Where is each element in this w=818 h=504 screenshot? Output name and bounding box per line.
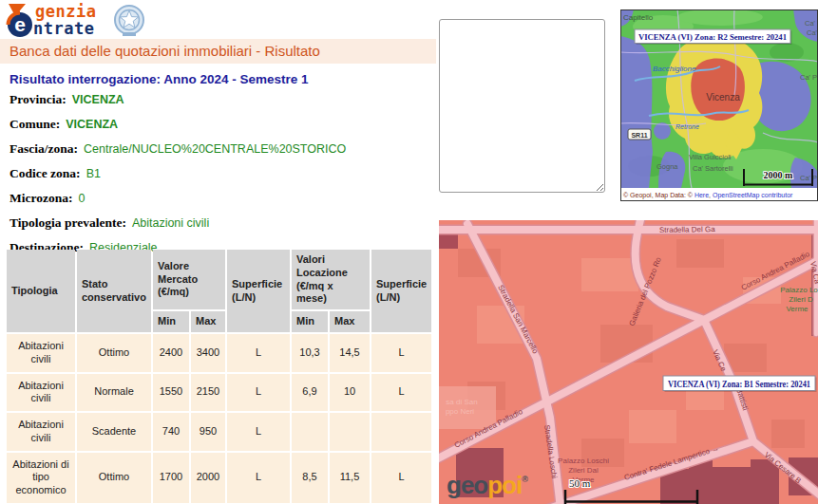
attribution-text: © Geopoi, Map Data: © [623,192,694,199]
svg-text:© Geopoi, Map Data: © Here, Op: © Geopoi, Map Data: © Here, OpenStreetMa… [623,192,793,199]
place-label-ca-po: Ca' Po [800,174,818,182]
table-row: Abitazioni di tipo economico Ottimo 1700… [7,453,431,503]
cell-mercato-min: 740 [153,413,189,451]
geopoi-logo-geo: geo [447,471,487,499]
map-attribution: © Geopoi, Map Data: © Here, OpenStreetMa… [620,188,818,201]
field-value: VICENZA [72,93,124,106]
cell-locazione-max: 11,5 [330,453,370,503]
poi-label-palazzo-red: Palazzo Loschi [558,457,609,465]
city-label-vicenza: Vicenza [706,92,740,103]
cell-mercato-max: 950 [191,413,225,451]
cell-superficie-1: L [227,334,290,372]
field-label: Fascia/zona: [10,141,78,156]
svg-text:VICENZA (VI) Zona: B1 Semestre: VICENZA (VI) Zona: B1 Semestre: 20241 [668,379,810,390]
cell-tipologia: Abitazioni di tipo economico [7,453,75,503]
field-label: Provincia: [10,92,67,106]
cell-superficie-2: L [371,453,431,503]
zone-detail-map[interactable]: Stradella Del Ga Stradella San Marcello … [439,220,818,504]
col-header-min-mercato: Min [153,311,189,332]
attribution-link-osm[interactable]: OpenStreetMap contributor [713,192,793,199]
agenzia-entrate-logo: e genzia ntrate [6,3,146,39]
poi-label-palazzo-red: Zileri Dal [568,466,599,475]
cell-superficie-1: L [227,413,290,451]
poi-label-san-neri: sa di San [446,398,477,406]
field-value: Abitazioni civili [132,216,209,230]
cell-mercato-min: 1550 [153,374,189,412]
street-label: Stradella Del Ga [659,225,715,234]
italy-emblem-icon [112,3,146,39]
cell-tipologia: Abitazioni civili [7,334,75,372]
col-header-max-mercato: Max [191,311,225,332]
cell-stato: Normale [77,374,151,412]
col-header-tipologia: Tipologia [7,250,75,332]
zone-label-box: VICENZA (VI) Zona: B1 Semestre: 20241 [663,376,817,392]
logo-word-ntrate: ntrate [33,19,94,38]
field-tipologia-prevalente: Tipologia prevalente:Abitazioni civili [10,215,432,231]
poi-label-palazzo-green: Palazzo Lo [780,286,818,294]
result-fields: Provincia:VICENZA Comune:VICENZA Fascia/… [10,92,432,265]
cell-superficie-2: L [371,374,431,412]
col-header-superficie-2: Superficie (L/N) [371,250,431,332]
river-label-bacchiglione: Bacchiglione [653,65,696,73]
cell-tipologia: Abitazioni civili [7,374,75,412]
field-fascia-zona: Fascia/zona:Centrale/NUCLEO%20CENTRALE%2… [10,141,432,157]
cell-locazione-min [292,413,328,451]
logo-e-glyph: e [14,13,26,35]
cell-superficie-1: L [227,453,290,503]
page-title-bar: Banca dati delle quotazioni immobiliari … [0,39,436,64]
cell-mercato-min: 1700 [153,453,189,503]
agenzia-entrate-logo-mark: e genzia ntrate [6,3,108,39]
field-label: Tipologia prevalente: [10,215,126,230]
field-codice-zona: Codice zona:B1 [10,166,432,181]
cell-locazione-max [330,413,370,451]
cell-mercato-min: 2400 [153,334,189,372]
place-label-ca-p: Ca' P [800,73,817,82]
geopoi-logo-poi: poi [487,471,522,499]
svg-text:geopoi®: geopoi® [447,471,528,499]
quotations-table: Tipologia Stato conservativo Valore Merc… [5,248,433,504]
place-label-gogna: Gogna [656,162,678,171]
col-header-valore-mercato: Valore Mercato (€/mq) [153,250,225,309]
notes-textarea[interactable] [439,19,605,193]
cell-superficie-2: L [371,334,431,372]
field-value: 0 [78,192,85,205]
poi-label-palazzo-green: Verme [786,305,808,313]
svg-text:2000 m: 2000 m [764,170,794,180]
svg-text:50 m: 50 m [569,477,591,489]
table-row: Abitazioni civili Normale 1550 2150 L 6,… [7,374,431,412]
cell-superficie-2 [371,413,431,451]
cell-mercato-max: 2000 [191,453,225,503]
cell-stato: Ottimo [77,334,151,372]
place-label-ca-sartorelli: Ca' Sartorelli [693,164,733,173]
attribution-link-here[interactable]: Here [694,192,709,198]
cell-locazione-min: 8,5 [292,453,328,503]
cell-stato: Scadente [77,413,151,451]
field-microzona: Microzona:0 [10,191,432,206]
place-label-ca: Ca' [805,19,816,28]
cell-locazione-min: 6,9 [292,374,328,412]
geopoi-logo: geopoi® [447,471,528,499]
col-header-min-locazione: Min [292,311,328,332]
svg-text:SR11: SR11 [631,132,647,139]
col-header-superficie-1: Superficie (L/N) [227,250,290,332]
road-badge-sr11: SR11 [628,129,651,140]
col-header-max-locazione: Max [330,311,370,332]
zone-label-box: VICENZA (VI) Zona: R2 Semestre: 20241 [635,29,792,45]
place-label-ca: Ca' [807,28,818,37]
poi-label-san-neri: ppo Neri [446,407,474,416]
cell-superficie-1: L [227,374,290,412]
field-comune: Comune:VICENZA [10,117,432,132]
field-provincia: Provincia:VICENZA [10,92,432,107]
cell-locazione-max: 10 [330,374,370,412]
cell-locazione-max: 14,5 [330,334,370,372]
poi-label-palazzo-green: Zileri D [789,295,813,304]
col-header-stato: Stato conservativo [77,250,151,332]
table-row: Abitazioni civili Ottimo 2400 3400 L 10,… [7,334,431,372]
field-value: Centrale/NUCLEO%20CENTRALE%20STORICO [84,142,346,156]
table-row: Abitazioni civili Scadente 740 950 L [7,413,431,451]
place-label-capitello: Capitello [623,13,654,22]
zone-overview-map[interactable]: Capitello Ca' Ca' Ca' P Bacchiglione Ret… [620,9,818,201]
page: e genzia ntrate Banca dati delle quotazi… [0,0,818,504]
river-label-retrone: Retrone [675,123,699,130]
place-label-villa-guiccioli: Villa Guiccioli [689,153,732,161]
